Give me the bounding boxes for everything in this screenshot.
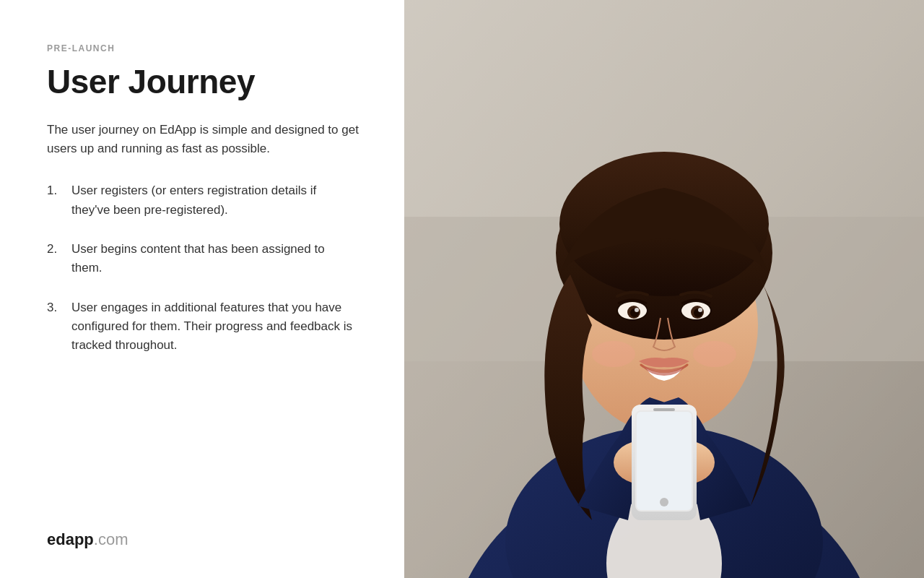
pre-launch-label: PRE-LAUNCH: [47, 43, 361, 53]
intro-paragraph: The user journey on EdApp is simple and …: [47, 121, 361, 159]
photo-person: [404, 0, 924, 578]
svg-point-21: [693, 341, 736, 367]
list-text-2: User begins content that has been assign…: [71, 240, 353, 278]
list-text-3: User engages in additional features that…: [71, 298, 353, 355]
content-area: PRE-LAUNCH User Journey The user journey…: [47, 43, 361, 516]
logo-app: app: [66, 530, 94, 548]
svg-point-20: [592, 341, 635, 367]
logo: edapp.com: [47, 530, 128, 548]
list-item: 2. User begins content that has been ass…: [47, 240, 361, 278]
list-item: 1. User registers (or enters registratio…: [47, 181, 361, 220]
list-number-2: 2.: [47, 240, 67, 259]
svg-point-27: [660, 498, 668, 506]
left-panel: PRE-LAUNCH User Journey The user journey…: [0, 0, 404, 578]
svg-point-19: [698, 308, 702, 312]
logo-ed: ed: [47, 530, 66, 548]
svg-point-18: [635, 308, 639, 312]
right-panel-image: [404, 0, 924, 578]
list-text-1: User registers (or enters registration d…: [71, 181, 353, 220]
svg-rect-26: [637, 412, 692, 510]
steps-list: 1. User registers (or enters registratio…: [47, 181, 361, 355]
list-number-1: 1.: [47, 181, 67, 200]
page-title: User Journey: [47, 64, 361, 100]
list-number-3: 3.: [47, 298, 67, 317]
footer-logo: edapp.com: [47, 516, 361, 549]
svg-rect-28: [653, 408, 675, 411]
list-item: 3. User engages in additional features t…: [47, 298, 361, 355]
logo-dotcom: .com: [94, 530, 128, 548]
